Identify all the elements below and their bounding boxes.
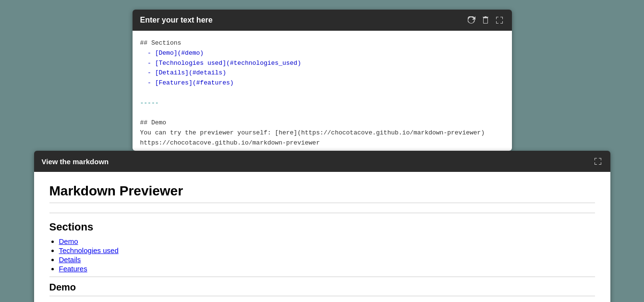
editor-header: Enter your text here xyxy=(133,10,512,31)
preview-panel: View the markdown Markdown Previewer Sec… xyxy=(34,151,610,302)
preview-main-title: Markdown Previewer xyxy=(49,183,595,203)
preview-sections-heading: Sections xyxy=(49,221,595,233)
expand-preview-button[interactable] xyxy=(593,157,603,166)
list-item: Technologies used xyxy=(59,246,595,254)
editor-icon-group xyxy=(467,15,504,25)
preview-title: View the markdown xyxy=(42,157,109,166)
editor-body[interactable]: ## Sections - [Demo](#demo) - [Technolog… xyxy=(133,31,512,151)
list-item: Details xyxy=(59,255,595,264)
preview-main-title-section: Markdown Previewer xyxy=(49,183,595,213)
list-item: Demo xyxy=(59,237,595,245)
editor-title: Enter your text here xyxy=(140,16,213,24)
nav-link-details[interactable]: Details xyxy=(59,255,81,264)
editor-panel: Enter your text here ## Sections - [Demo… xyxy=(133,10,512,151)
nav-link-features[interactable]: Features xyxy=(59,265,87,273)
preview-demo-heading: Demo xyxy=(49,282,595,296)
delete-button[interactable] xyxy=(481,15,490,25)
section-divider-1 xyxy=(49,277,595,277)
list-item: Features xyxy=(59,265,595,273)
preview-header: View the markdown xyxy=(34,151,610,172)
expand-editor-button[interactable] xyxy=(495,15,504,25)
editor-content: ## Sections - [Demo](#demo) - [Technolog… xyxy=(140,38,504,151)
preview-body: Markdown Previewer Sections Demo Technol… xyxy=(34,172,610,302)
nav-link-demo[interactable]: Demo xyxy=(59,237,78,245)
refresh-button[interactable] xyxy=(467,15,476,25)
preview-nav-list: Demo Technologies used Details Features xyxy=(49,237,595,273)
nav-link-technologies[interactable]: Technologies used xyxy=(59,246,119,254)
